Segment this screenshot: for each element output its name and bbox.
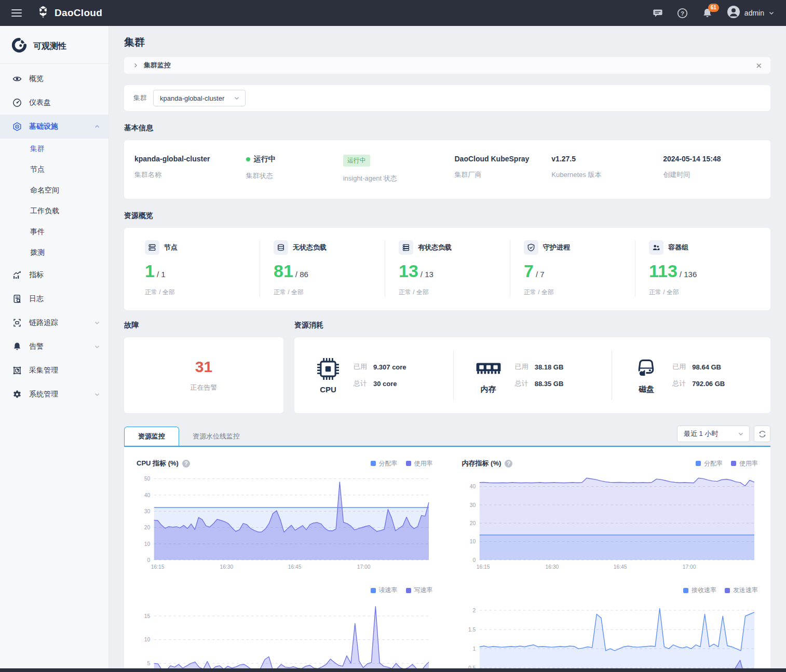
legend-label: 分配率 <box>379 459 398 468</box>
sidebar-item-infrastructure[interactable]: 基础设施 <box>0 115 109 139</box>
legend-item[interactable]: 分配率 <box>696 459 723 468</box>
field-label: 集群名称 <box>134 170 246 180</box>
legend-item[interactable]: 写速率 <box>406 586 433 595</box>
notification-count-badge: 61 <box>708 4 719 12</box>
sidebar-item-nodes[interactable]: 节点 <box>0 159 109 180</box>
sidebar-item-overview[interactable]: 概览 <box>0 67 109 91</box>
chart-title: 内存指标 (%)? <box>462 459 513 468</box>
alerting-count[interactable]: 31 <box>195 358 212 376</box>
total-label: 总计 <box>354 379 367 388</box>
stat-value: 13 <box>399 262 418 280</box>
sidebar-item-label: 仪表盘 <box>29 98 100 107</box>
help-icon[interactable]: ? <box>182 460 190 468</box>
sidebar-item-collection[interactable]: 采集管理 <box>0 359 109 382</box>
help-icon[interactable]: ? <box>677 7 688 19</box>
svg-text:10: 10 <box>144 541 151 547</box>
product-header: 可观测性 <box>0 33 109 63</box>
sidebar-item-metrics[interactable]: 指标 <box>0 263 109 287</box>
stat-total: / 7 <box>536 270 545 279</box>
sidebar-item-label: 告警 <box>29 342 87 351</box>
basic-info-title: 基本信息 <box>124 124 770 133</box>
refresh-button[interactable] <box>754 426 770 442</box>
legend-swatch <box>406 588 411 593</box>
used-label: 已用 <box>672 362 686 372</box>
sidebar-item-probes[interactable]: 拨测 <box>0 242 109 263</box>
legend-item[interactable]: 发送速率 <box>725 586 758 595</box>
memory-ram-icon <box>476 356 502 382</box>
help-icon[interactable]: ? <box>505 460 512 468</box>
field-label: 集群厂商 <box>455 170 552 180</box>
svg-text:16:15: 16:15 <box>476 564 490 570</box>
svg-text:15: 15 <box>144 613 151 619</box>
metrics-icon <box>12 270 22 280</box>
legend-label: 读速率 <box>379 586 398 595</box>
chevron-up-icon <box>94 124 100 130</box>
stat-stateless: 无状态负载 81/ 86 正常 / 全部 <box>260 240 385 297</box>
close-icon[interactable]: ✕ <box>755 62 762 70</box>
menu-toggle-icon[interactable] <box>11 9 22 17</box>
notifications-bell-icon[interactable]: 61 <box>702 7 713 19</box>
stat-label: 无状态负载 <box>293 243 327 252</box>
cpu-chip-icon <box>316 357 340 383</box>
sidebar-item-alerts[interactable]: 告警 <box>0 335 109 359</box>
svg-text:30: 30 <box>144 509 151 514</box>
chart-plot: 00.511.5216:1516:3016:4517:00 <box>462 598 758 668</box>
time-range-select[interactable]: 最近 1 小时 <box>677 426 750 442</box>
svg-text:10: 10 <box>469 539 476 544</box>
chevron-right-icon[interactable] <box>132 62 139 68</box>
daocloud-logo-icon <box>36 5 50 21</box>
chevron-down-icon <box>94 320 100 326</box>
eye-icon <box>12 74 22 84</box>
legend-item[interactable]: 分配率 <box>371 459 398 468</box>
svg-text:17:00: 17:00 <box>357 564 371 570</box>
time-range-value: 最近 1 小时 <box>684 429 718 438</box>
legend-swatch <box>683 588 688 593</box>
feedback-icon[interactable] <box>652 7 663 19</box>
legend-item[interactable]: 接收速率 <box>683 586 716 595</box>
cluster-filter-card: 集群 kpanda-global-cluster <box>124 85 770 111</box>
legend-swatch <box>371 461 376 466</box>
sidebar-item-namespaces[interactable]: 命名空间 <box>0 180 109 201</box>
tab-watermark-monitoring[interactable]: 资源水位线监控 <box>179 427 253 446</box>
chart-legend: 接收速率发送速率 <box>683 586 758 595</box>
disk-consumption: 磁盘 已用98.64 GB 总计792.06 GB <box>612 350 770 400</box>
stat-pods: 容器组 113/ 136 正常 / 全部 <box>635 240 760 297</box>
field-label: insight-agent 状态 <box>343 174 455 183</box>
stat-value: 7 <box>524 262 534 280</box>
legend-item[interactable]: 读速率 <box>371 586 398 595</box>
sidebar-item-system[interactable]: 系统管理 <box>0 382 109 406</box>
disk-io-chart: ? 读速率写速率 05101516:1516:3016:4517:00 <box>137 585 433 668</box>
total-label: 总计 <box>515 379 528 388</box>
legend-label: 写速率 <box>414 586 433 595</box>
svg-text:40: 40 <box>144 492 151 498</box>
user-menu[interactable]: admin <box>727 5 775 21</box>
sidebar-item-workloads[interactable]: 工作负载 <box>0 201 109 222</box>
sidebar-item-events[interactable]: 事件 <box>0 222 109 242</box>
sidebar-item-tracing[interactable]: 链路追踪 <box>0 311 109 335</box>
sidebar: 可观测性 概览 仪表盘 基础设施 集群 节点 命名空间 工作负载 事件 拨测 指… <box>0 26 109 668</box>
svg-text:30: 30 <box>469 502 476 508</box>
svg-text:16:15: 16:15 <box>151 564 165 570</box>
sidebar-item-label: 日志 <box>29 294 100 304</box>
node-icon <box>145 240 159 255</box>
legend-swatch <box>406 461 411 466</box>
stat-total: / 86 <box>295 270 308 279</box>
chevron-down-icon <box>94 344 100 350</box>
legend-item[interactable]: 使用率 <box>731 459 758 468</box>
svg-text:16:30: 16:30 <box>220 564 234 570</box>
brand[interactable]: DaoCloud <box>36 5 102 21</box>
divider <box>0 63 109 64</box>
svg-text:50: 50 <box>144 476 151 482</box>
sidebar-item-clusters[interactable]: 集群 <box>0 139 109 159</box>
sidebar-item-label: 采集管理 <box>29 366 100 375</box>
admin-label: admin <box>744 9 764 17</box>
gear-icon <box>12 390 22 399</box>
sidebar-item-dashboards[interactable]: 仪表盘 <box>0 91 109 115</box>
cluster-select[interactable]: kpanda-global-cluster <box>153 90 246 106</box>
sidebar-item-logs[interactable]: 日志 <box>0 287 109 311</box>
chevron-down-icon <box>738 431 744 437</box>
legend-item[interactable]: 使用率 <box>406 459 433 468</box>
tab-resource-monitoring[interactable]: 资源监控 <box>124 427 179 446</box>
total-label: 总计 <box>672 379 686 388</box>
svg-text:2: 2 <box>472 607 476 613</box>
